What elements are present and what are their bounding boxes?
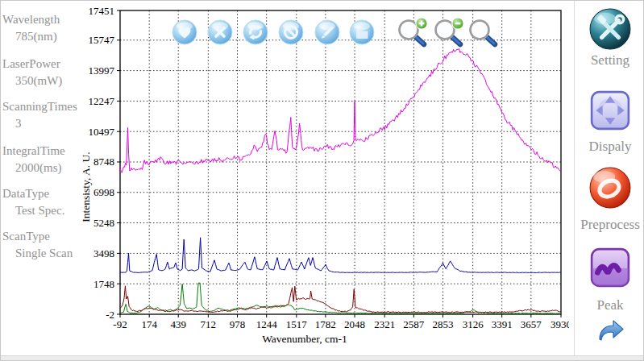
zoom-out-button[interactable] [431,16,467,48]
param-label: IntegralTime [2,143,65,160]
param-datatype: DataType Test Spec. [2,185,64,219]
preprocess-button[interactable]: Preprocess [575,217,644,233]
param-scanningtimes: ScanningTimes 3 [2,98,77,132]
x-tick-label: 3391 [492,318,513,330]
spectrum-chart[interactable]: -921744397129781244151717822048232125872… [77,1,569,358]
zoom-reset-button[interactable] [466,16,501,48]
magnifier-plus-icon [395,16,430,48]
x-icon [207,19,233,45]
x-tick-label: 2853 [433,318,454,330]
refresh-arrows-icon [243,19,268,45]
y-axis-title: Intensisty, A. U. [80,151,92,222]
bottom-edge-strip [1,355,643,360]
close-button[interactable] [207,19,233,45]
series-blue [120,238,561,273]
action-panel: Setting Dispaly Preprocess Peak [574,1,644,358]
param-wavelength: Wavelength 785(nm) [2,11,60,45]
magnifier-minus-icon [431,16,467,48]
x-tick-label: 439 [170,318,186,330]
setting-button[interactable]: Setting [575,52,644,68]
param-value: 2000(ms) [2,160,65,176]
x-tick-label: 2587 [403,318,425,330]
param-value: 350(mW) [2,73,62,89]
param-integraltime: IntegralTime 2000(ms) [2,143,65,176]
x-axis-title: Wavenumber, cm-1 [262,333,347,345]
series-green [120,283,561,313]
param-label: Wavelength [2,11,60,28]
peak-button[interactable]: Peak [575,297,644,313]
x-tick-label: 1244 [256,318,278,330]
y-tick-label: 8748 [93,156,114,168]
x-tick-label: 1782 [315,318,336,330]
y-tick-label: 6998 [93,186,114,198]
window: Wavelength 785(nm) LaserPower 350(mW) Sc… [0,0,644,361]
refresh-button[interactable] [243,19,268,45]
brush-button[interactable] [314,19,340,45]
x-tick-label: 3657 [521,318,542,330]
x-tick-label: 3930 [551,318,569,330]
display-button[interactable]: Dispaly [575,139,644,155]
param-label: DataType [2,185,64,202]
param-value: 785(nm) [2,28,60,45]
x-tick-label: 2048 [344,318,365,330]
favorite-button[interactable] [172,19,197,45]
param-label: LaserPower [2,56,62,73]
y-tick-label: 15747 [89,34,115,46]
folder-button[interactable] [349,19,375,45]
expand-arrows-icon[interactable] [589,89,631,131]
x-tick-label: 1517 [286,318,308,330]
peaks-icon[interactable] [589,247,631,288]
zoom-in-button[interactable] [395,16,430,48]
param-value: Test Spec. [2,202,64,219]
series-magenta [120,48,561,172]
param-value: 3 [2,115,77,132]
y-tick-label: 12247 [89,95,115,107]
red-ring-sphere-icon[interactable] [588,166,632,210]
folder-icon [349,19,375,45]
param-label: ScanType [2,228,73,245]
param-laserpower: LaserPower 350(mW) [2,56,62,89]
y-tick-label: 10497 [89,126,115,138]
x-tick-label: 174 [141,318,157,330]
magnifier-icon [466,16,501,48]
y-tick-label: 17451 [89,5,115,17]
param-value: Single Scan [2,245,73,262]
x-tick-label: 2321 [374,318,395,330]
x-tick-label: 712 [201,318,216,330]
y-tick-label: 3498 [93,247,114,259]
heart-icon [172,19,197,45]
y-tick-label: -2 [106,309,114,321]
y-tick-label: 13997 [89,64,115,77]
redo-arrow-icon[interactable] [593,316,627,343]
param-label: ScanningTimes [2,98,77,115]
brush-icon [314,19,340,45]
param-scantype: ScanType Single Scan [2,228,73,262]
stop-button[interactable] [278,19,304,45]
x-tick-label: -92 [113,318,127,330]
x-tick-label: 978 [230,318,246,330]
x-tick-label: 3126 [463,318,484,330]
no-entry-icon [278,19,304,45]
y-tick-label: 1748 [93,278,114,290]
y-tick-label: 5248 [93,217,114,229]
series-dark-red [120,286,561,313]
tools-sphere-icon[interactable] [588,7,632,51]
